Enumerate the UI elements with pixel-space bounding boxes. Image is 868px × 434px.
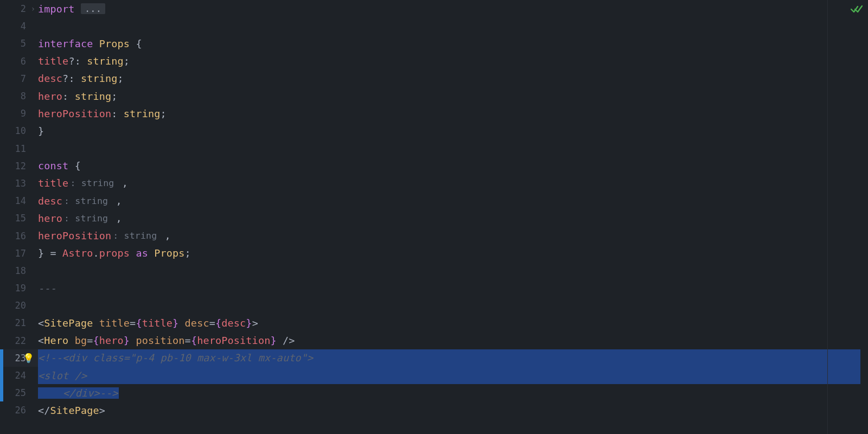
editor-ruler xyxy=(827,0,828,434)
line-number: 10 xyxy=(3,125,28,136)
line-number: 6 xyxy=(3,56,28,67)
code-line[interactable]: 26 </SitePage> xyxy=(0,401,868,419)
code-line[interactable]: 25 </div>--> xyxy=(0,384,868,401)
line-number: 20 xyxy=(3,300,28,311)
line-number: 9 xyxy=(3,108,28,119)
collapsed-region[interactable]: ... xyxy=(81,3,105,14)
line-number: 8 xyxy=(3,91,28,101)
code-line[interactable]: 9 heroPosition: string; xyxy=(0,105,868,122)
line-number: 4 xyxy=(3,21,28,31)
code-line-active[interactable]: 23 💡 <!--<div class="p-4 pb-10 max-w-3xl… xyxy=(0,349,868,367)
line-number: 25 xyxy=(3,387,28,398)
code-line[interactable]: 21 <SitePage title={title} desc={desc}> xyxy=(0,314,868,331)
code-line[interactable]: 2 › import ... xyxy=(0,0,868,17)
scrollbar-overview[interactable] xyxy=(860,0,868,434)
code-editor[interactable]: 2 › import ... 4 5 interface Props { 6 t… xyxy=(0,0,868,434)
code-line[interactable]: 8 hero: string; xyxy=(0,87,868,105)
code-line[interactable]: 4 xyxy=(0,17,868,35)
code-line[interactable]: 15 hero: string , xyxy=(0,209,868,227)
code-line[interactable]: 24 <slot /> xyxy=(0,367,868,384)
line-number: 2 xyxy=(3,3,28,14)
inlay-hint: : string xyxy=(68,178,116,188)
line-number: 21 xyxy=(3,317,28,328)
line-number: 26 xyxy=(3,405,28,416)
code-line[interactable]: 7 desc?: string; xyxy=(0,70,868,87)
selection[interactable]: <!--<div class="p-4 pb-10 max-w-3xl mx-a… xyxy=(38,349,868,367)
inlay-hint: : string xyxy=(62,213,110,224)
inlay-hint: : string xyxy=(62,196,110,206)
line-number: 16 xyxy=(3,231,28,241)
lightbulb-icon[interactable]: 💡 xyxy=(18,353,38,363)
code-line[interactable]: 13 title: string , xyxy=(0,175,868,192)
code-line[interactable]: 11 xyxy=(0,140,868,157)
code-line[interactable]: 17 } = Astro.props as Props; xyxy=(0,245,868,262)
line-number: 11 xyxy=(3,143,28,154)
code-line[interactable]: 12 const { xyxy=(0,157,868,175)
fold-chevron-icon[interactable]: › xyxy=(28,4,38,13)
line-number: 19 xyxy=(3,283,28,293)
line-number: 5 xyxy=(3,38,28,49)
line-number: 12 xyxy=(3,161,28,171)
line-number: 13 xyxy=(3,178,28,189)
code-line[interactable]: 6 title?: string; xyxy=(0,53,868,70)
code-line[interactable]: 14 desc: string , xyxy=(0,192,868,209)
code-line[interactable]: 5 interface Props { xyxy=(0,35,868,52)
selection[interactable]: <slot /> xyxy=(38,367,868,384)
line-number: 7 xyxy=(3,73,28,84)
code-line[interactable]: 18 xyxy=(0,262,868,279)
code-line[interactable]: 22 <Hero bg={hero} position={heroPositio… xyxy=(0,332,868,349)
code-line[interactable]: 20 xyxy=(0,297,868,314)
code-line[interactable]: 19 --- xyxy=(0,279,868,297)
code-line[interactable]: 16 heroPosition: string , xyxy=(0,227,868,244)
keyword-import: import xyxy=(38,3,81,15)
line-number: 17 xyxy=(3,248,28,259)
line-number: 18 xyxy=(3,265,28,276)
inlay-hint: : string xyxy=(111,231,158,241)
line-number: 24 xyxy=(3,370,28,381)
line-number: 22 xyxy=(3,335,28,346)
code-line[interactable]: 10 } xyxy=(0,122,868,139)
selection[interactable]: </div>--> xyxy=(38,384,868,401)
line-number: 14 xyxy=(3,195,28,206)
line-number: 15 xyxy=(3,213,28,224)
inspection-ok-icon[interactable] xyxy=(851,3,863,17)
